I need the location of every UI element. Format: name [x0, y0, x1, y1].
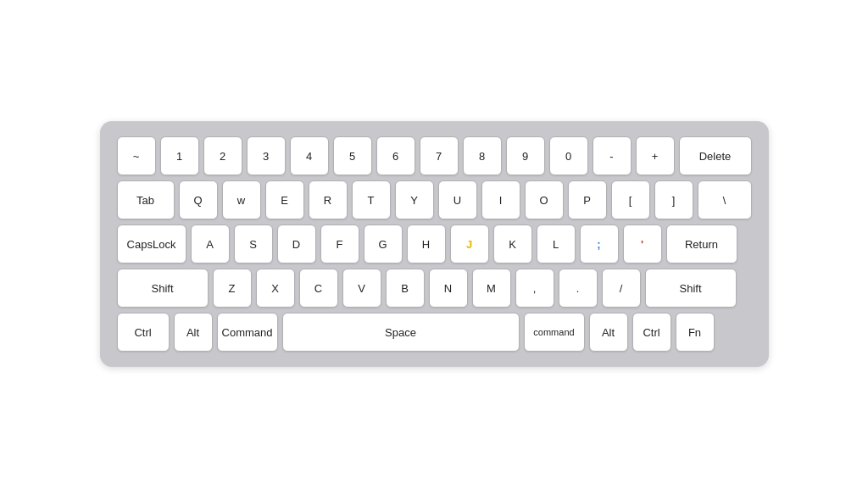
- key-ctrl[interactable]: Ctrl: [117, 313, 170, 352]
- key-ctrl[interactable]: Ctrl: [632, 313, 671, 352]
- key-i[interactable]: I: [481, 180, 520, 219]
- key-z[interactable]: Z: [213, 269, 252, 308]
- key--[interactable]: \: [698, 180, 752, 219]
- key-row-row-caps: CapsLockASDFGHJKL;'Return: [117, 225, 752, 263]
- key-j[interactable]: J: [450, 225, 489, 263]
- key--[interactable]: /: [602, 269, 641, 308]
- key-6[interactable]: 6: [376, 136, 415, 175]
- key-tab[interactable]: Tab: [117, 180, 175, 219]
- key-2[interactable]: 2: [203, 136, 242, 175]
- key-x[interactable]: X: [256, 269, 295, 308]
- key--[interactable]: ;: [580, 225, 619, 263]
- key-row-row-number: ~1234567890-+Delete: [117, 136, 752, 175]
- key-alt[interactable]: Alt: [589, 313, 628, 352]
- key--[interactable]: +: [636, 136, 675, 175]
- key-d[interactable]: D: [277, 225, 316, 263]
- key-b[interactable]: B: [386, 269, 425, 308]
- key-f[interactable]: F: [320, 225, 359, 263]
- key-8[interactable]: 8: [463, 136, 502, 175]
- key-t[interactable]: T: [352, 180, 391, 219]
- key-n[interactable]: N: [429, 269, 468, 308]
- key-v[interactable]: V: [342, 269, 381, 308]
- key-row-row-tab: TabQwERTYUIOP[]\: [117, 180, 752, 219]
- key-command[interactable]: Command: [217, 313, 278, 352]
- key-fn[interactable]: Fn: [676, 313, 715, 352]
- key-s[interactable]: S: [234, 225, 273, 263]
- key-delete[interactable]: Delete: [679, 136, 752, 175]
- key-q[interactable]: Q: [179, 180, 218, 219]
- key-row-row-bottom: CtrlAltCommandSpacecommandAltCtrlFn: [117, 313, 752, 352]
- key-w[interactable]: w: [222, 180, 261, 219]
- key--[interactable]: -: [593, 136, 632, 175]
- key-capslock[interactable]: CapsLock: [117, 225, 186, 263]
- key--[interactable]: ,: [515, 269, 554, 308]
- key--[interactable]: ': [623, 225, 662, 263]
- key-m[interactable]: M: [472, 269, 511, 308]
- key--[interactable]: ~: [117, 136, 156, 175]
- key-1[interactable]: 1: [160, 136, 199, 175]
- key--[interactable]: ]: [654, 180, 693, 219]
- key-space[interactable]: Space: [282, 313, 520, 352]
- key-u[interactable]: U: [438, 180, 477, 219]
- key-3[interactable]: 3: [247, 136, 286, 175]
- key-h[interactable]: H: [407, 225, 446, 263]
- key-p[interactable]: P: [568, 180, 607, 219]
- key-alt[interactable]: Alt: [174, 313, 213, 352]
- key-k[interactable]: K: [493, 225, 532, 263]
- key-4[interactable]: 4: [290, 136, 329, 175]
- key-o[interactable]: O: [525, 180, 564, 219]
- key--[interactable]: .: [559, 269, 598, 308]
- key-row-row-shift: ShiftZXCVBNM,./Shift: [117, 269, 752, 308]
- key-7[interactable]: 7: [420, 136, 459, 175]
- key-a[interactable]: A: [191, 225, 230, 263]
- key-l[interactable]: L: [537, 225, 576, 263]
- key-command[interactable]: command: [524, 313, 585, 352]
- key-g[interactable]: G: [364, 225, 403, 263]
- key-y[interactable]: Y: [395, 180, 434, 219]
- key-r[interactable]: R: [309, 180, 348, 219]
- key-return[interactable]: Return: [666, 225, 737, 263]
- key-shift[interactable]: Shift: [117, 269, 209, 308]
- keyboard: ~1234567890-+DeleteTabQwERTYUIOP[]\CapsL…: [100, 121, 769, 367]
- key-5[interactable]: 5: [333, 136, 372, 175]
- key--[interactable]: [: [611, 180, 650, 219]
- key-e[interactable]: E: [265, 180, 304, 219]
- key-shift[interactable]: Shift: [645, 269, 737, 308]
- key-0[interactable]: 0: [549, 136, 588, 175]
- key-c[interactable]: C: [299, 269, 338, 308]
- key-9[interactable]: 9: [506, 136, 545, 175]
